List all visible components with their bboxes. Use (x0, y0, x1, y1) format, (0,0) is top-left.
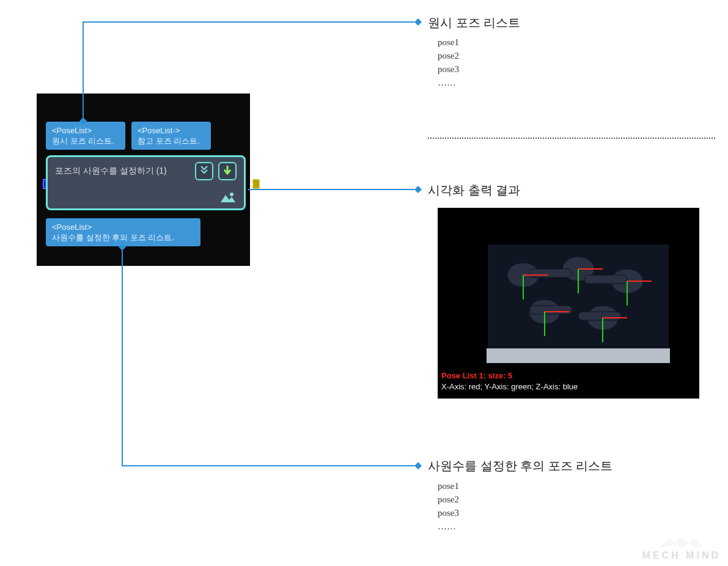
double-chevron-down-icon (200, 165, 208, 177)
section-out-poselist-title: 사원수를 설정한 후의 포즈 리스트 (428, 458, 612, 474)
section-raw-poselist-title: 원시 포즈 리스트 (428, 15, 520, 31)
svg-marker-29 (660, 538, 674, 546)
section-divider (428, 138, 715, 139)
svg-rect-15 (529, 269, 572, 277)
port-desc-label: 원시 포즈 리스트. (52, 136, 119, 146)
svg-marker-4 (414, 18, 422, 26)
section-raw-poselist-body: pose1 pose2 pose3 …… (438, 35, 459, 89)
list-item: pose2 (438, 49, 459, 62)
list-item: pose3 (438, 506, 459, 520)
run-button[interactable] (218, 162, 237, 180)
brand-watermark: MECH MIND (642, 535, 721, 561)
svg-marker-5 (414, 186, 422, 193)
port-desc-label: 참고 포즈 리스트. (138, 136, 205, 146)
list-item: pose1 (438, 479, 459, 493)
step-title: 포즈의 사원수를 설정하기 (1) (55, 166, 167, 177)
list-item: pose1 (438, 35, 459, 49)
svg-rect-8 (487, 348, 670, 363)
svg-marker-1 (221, 195, 235, 202)
arrow-down-icon (223, 165, 232, 177)
svg-rect-16 (584, 275, 627, 284)
brand-logo-icon (657, 535, 706, 549)
viz-scene-icon (438, 208, 699, 399)
port-type-label: <PoseList> (52, 125, 119, 136)
list-item: pose3 (438, 62, 459, 76)
section-out-poselist-body: pose1 pose2 pose3 …… (438, 479, 459, 533)
svg-point-2 (230, 193, 233, 196)
node-port-right[interactable] (252, 179, 260, 189)
list-item: pose2 (438, 493, 459, 506)
svg-rect-18 (578, 312, 621, 320)
port-desc-label: 사원수를 설정한 후의 포즈 리스트. (52, 232, 194, 243)
viz-pose-size-label: Pose List 1: size: 5 (441, 371, 512, 380)
svg-rect-17 (529, 306, 572, 314)
port-type-label: <PoseList> (52, 222, 194, 232)
port-type-label: <PoseList-> (138, 125, 205, 136)
output-port-poselist[interactable]: <PoseList> 사원수를 설정한 후의 포즈 리스트. (46, 218, 200, 246)
svg-marker-7 (414, 462, 422, 469)
node-panel: <PoseList> 원시 포즈 리스트. <PoseList-> 참고 포즈 … (37, 94, 250, 266)
collapse-button[interactable] (195, 162, 213, 180)
section-viz-title: 시각화 출력 결과 (428, 182, 520, 199)
list-item: …… (438, 520, 459, 533)
svg-marker-31 (674, 537, 689, 548)
list-item: …… (438, 76, 459, 89)
svg-marker-30 (689, 538, 703, 546)
brand-watermark-text: MECH MIND (642, 550, 721, 560)
viz-axis-legend-label: X-Axis: red; Y-Axis: green; Z-Axis: blue (441, 382, 578, 391)
input-port-raw-poselist[interactable]: <PoseList> 원시 포즈 리스트. (46, 122, 125, 150)
viz-output-image: Pose List 1: size: 5 X-Axis: red; Y-Axis… (438, 208, 699, 399)
eye-image-icon[interactable] (219, 191, 237, 204)
input-port-ref-poselist[interactable]: <PoseList-> 참고 포즈 리스트. (131, 122, 211, 150)
step-node-set-quaternion[interactable]: 포즈의 사원수를 설정하기 (1) (46, 155, 246, 210)
